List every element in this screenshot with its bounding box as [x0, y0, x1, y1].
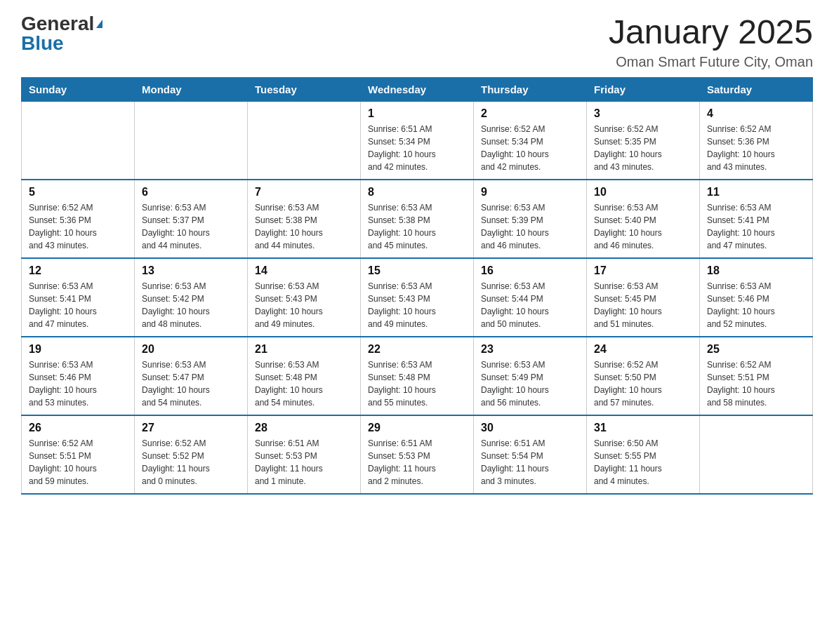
calendar-cell — [135, 101, 248, 180]
calendar-cell: 6Sunrise: 6:53 AMSunset: 5:37 PMDaylight… — [135, 180, 248, 258]
calendar-cell: 13Sunrise: 6:53 AMSunset: 5:42 PMDayligh… — [135, 258, 248, 337]
calendar-cell: 11Sunrise: 6:53 AMSunset: 5:41 PMDayligh… — [700, 180, 813, 258]
day-info: Sunrise: 6:52 AMSunset: 5:36 PMDaylight:… — [29, 201, 127, 252]
day-info: Sunrise: 6:53 AMSunset: 5:47 PMDaylight:… — [142, 358, 240, 409]
day-number: 22 — [368, 343, 466, 356]
calendar-week-1: 1Sunrise: 6:51 AMSunset: 5:34 PMDaylight… — [22, 101, 813, 180]
day-number: 27 — [142, 422, 240, 434]
day-info: Sunrise: 6:51 AMSunset: 5:53 PMDaylight:… — [255, 437, 353, 488]
day-number: 2 — [481, 107, 579, 120]
day-number: 28 — [255, 422, 353, 434]
day-number: 20 — [142, 343, 240, 356]
header-day-wednesday: Wednesday — [361, 77, 474, 101]
day-info: Sunrise: 6:53 AMSunset: 5:42 PMDaylight:… — [142, 280, 240, 330]
calendar-week-2: 5Sunrise: 6:52 AMSunset: 5:36 PMDaylight… — [22, 180, 813, 258]
day-info: Sunrise: 6:53 AMSunset: 5:45 PMDaylight:… — [594, 280, 692, 330]
day-number: 4 — [707, 107, 805, 120]
day-info: Sunrise: 6:51 AMSunset: 5:54 PMDaylight:… — [481, 437, 579, 488]
day-info: Sunrise: 6:53 AMSunset: 5:41 PMDaylight:… — [707, 201, 805, 252]
day-info: Sunrise: 6:53 AMSunset: 5:46 PMDaylight:… — [29, 358, 127, 409]
header-row: SundayMondayTuesdayWednesdayThursdayFrid… — [22, 77, 813, 101]
calendar-cell: 12Sunrise: 6:53 AMSunset: 5:41 PMDayligh… — [22, 258, 135, 337]
calendar-cell: 18Sunrise: 6:53 AMSunset: 5:46 PMDayligh… — [700, 258, 813, 337]
calendar-cell: 28Sunrise: 6:51 AMSunset: 5:53 PMDayligh… — [248, 415, 361, 494]
day-info: Sunrise: 6:50 AMSunset: 5:55 PMDaylight:… — [594, 437, 692, 488]
logo-blue-text: Blue — [21, 34, 64, 53]
day-info: Sunrise: 6:53 AMSunset: 5:37 PMDaylight:… — [142, 201, 240, 252]
calendar-cell: 4Sunrise: 6:52 AMSunset: 5:36 PMDaylight… — [700, 101, 813, 180]
page-title: January 2025 — [609, 14, 813, 51]
calendar-body: 1Sunrise: 6:51 AMSunset: 5:34 PMDaylight… — [22, 101, 813, 494]
calendar-cell: 2Sunrise: 6:52 AMSunset: 5:34 PMDaylight… — [474, 101, 587, 180]
day-number: 29 — [368, 422, 466, 434]
calendar-cell: 21Sunrise: 6:53 AMSunset: 5:48 PMDayligh… — [248, 337, 361, 415]
logo-triangle-icon — [96, 20, 102, 28]
day-number: 8 — [368, 186, 466, 199]
calendar-cell: 8Sunrise: 6:53 AMSunset: 5:38 PMDaylight… — [361, 180, 474, 258]
day-info: Sunrise: 6:53 AMSunset: 5:48 PMDaylight:… — [255, 358, 353, 409]
day-number: 31 — [594, 422, 692, 434]
day-number: 14 — [255, 264, 353, 277]
day-info: Sunrise: 6:52 AMSunset: 5:34 PMDaylight:… — [481, 123, 579, 173]
day-number: 1 — [368, 107, 466, 120]
day-info: Sunrise: 6:52 AMSunset: 5:35 PMDaylight:… — [594, 123, 692, 173]
day-info: Sunrise: 6:52 AMSunset: 5:52 PMDaylight:… — [142, 437, 240, 488]
calendar-cell: 22Sunrise: 6:53 AMSunset: 5:48 PMDayligh… — [361, 337, 474, 415]
header-day-friday: Friday — [587, 77, 700, 101]
calendar-cell: 25Sunrise: 6:52 AMSunset: 5:51 PMDayligh… — [700, 337, 813, 415]
calendar-cell: 23Sunrise: 6:53 AMSunset: 5:49 PMDayligh… — [474, 337, 587, 415]
logo-general-text: General — [21, 14, 94, 34]
calendar-week-5: 26Sunrise: 6:52 AMSunset: 5:51 PMDayligh… — [22, 415, 813, 494]
header-day-thursday: Thursday — [474, 77, 587, 101]
day-number: 9 — [481, 186, 579, 199]
day-number: 21 — [255, 343, 353, 356]
day-info: Sunrise: 6:53 AMSunset: 5:46 PMDaylight:… — [707, 280, 805, 330]
day-info: Sunrise: 6:53 AMSunset: 5:38 PMDaylight:… — [255, 201, 353, 252]
day-info: Sunrise: 6:53 AMSunset: 5:41 PMDaylight:… — [29, 280, 127, 330]
calendar-cell: 16Sunrise: 6:53 AMSunset: 5:44 PMDayligh… — [474, 258, 587, 337]
calendar-cell: 27Sunrise: 6:52 AMSunset: 5:52 PMDayligh… — [135, 415, 248, 494]
calendar-cell: 5Sunrise: 6:52 AMSunset: 5:36 PMDaylight… — [22, 180, 135, 258]
day-number: 23 — [481, 343, 579, 356]
calendar-cell: 15Sunrise: 6:53 AMSunset: 5:43 PMDayligh… — [361, 258, 474, 337]
calendar-cell: 10Sunrise: 6:53 AMSunset: 5:40 PMDayligh… — [587, 180, 700, 258]
day-info: Sunrise: 6:51 AMSunset: 5:34 PMDaylight:… — [368, 123, 466, 173]
day-number: 26 — [29, 422, 127, 434]
header: General Blue January 2025 Oman Smart Fut… — [21, 14, 813, 70]
calendar-cell: 29Sunrise: 6:51 AMSunset: 5:53 PMDayligh… — [361, 415, 474, 494]
day-info: Sunrise: 6:52 AMSunset: 5:51 PMDaylight:… — [29, 437, 127, 488]
title-area: January 2025 Oman Smart Future City, Oma… — [609, 14, 813, 70]
day-info: Sunrise: 6:52 AMSunset: 5:36 PMDaylight:… — [707, 123, 805, 173]
day-number: 5 — [29, 186, 127, 199]
day-number: 11 — [707, 186, 805, 199]
day-number: 16 — [481, 264, 579, 277]
calendar-cell — [700, 415, 813, 494]
calendar-cell: 20Sunrise: 6:53 AMSunset: 5:47 PMDayligh… — [135, 337, 248, 415]
header-day-tuesday: Tuesday — [248, 77, 361, 101]
calendar-cell — [22, 101, 135, 180]
day-number: 7 — [255, 186, 353, 199]
day-number: 6 — [142, 186, 240, 199]
calendar-table: SundayMondayTuesdayWednesdayThursdayFrid… — [21, 77, 813, 495]
day-info: Sunrise: 6:52 AMSunset: 5:51 PMDaylight:… — [707, 358, 805, 409]
calendar-cell: 1Sunrise: 6:51 AMSunset: 5:34 PMDaylight… — [361, 101, 474, 180]
calendar-cell: 9Sunrise: 6:53 AMSunset: 5:39 PMDaylight… — [474, 180, 587, 258]
logo: General Blue — [21, 14, 102, 53]
calendar-cell: 17Sunrise: 6:53 AMSunset: 5:45 PMDayligh… — [587, 258, 700, 337]
calendar-cell: 31Sunrise: 6:50 AMSunset: 5:55 PMDayligh… — [587, 415, 700, 494]
day-number: 15 — [368, 264, 466, 277]
day-info: Sunrise: 6:53 AMSunset: 5:39 PMDaylight:… — [481, 201, 579, 252]
calendar-cell: 7Sunrise: 6:53 AMSunset: 5:38 PMDaylight… — [248, 180, 361, 258]
calendar-week-4: 19Sunrise: 6:53 AMSunset: 5:46 PMDayligh… — [22, 337, 813, 415]
header-day-monday: Monday — [135, 77, 248, 101]
day-info: Sunrise: 6:53 AMSunset: 5:44 PMDaylight:… — [481, 280, 579, 330]
day-info: Sunrise: 6:53 AMSunset: 5:49 PMDaylight:… — [481, 358, 579, 409]
calendar-cell: 26Sunrise: 6:52 AMSunset: 5:51 PMDayligh… — [22, 415, 135, 494]
day-info: Sunrise: 6:51 AMSunset: 5:53 PMDaylight:… — [368, 437, 466, 488]
day-info: Sunrise: 6:53 AMSunset: 5:40 PMDaylight:… — [594, 201, 692, 252]
calendar-header: SundayMondayTuesdayWednesdayThursdayFrid… — [22, 77, 813, 101]
day-number: 30 — [481, 422, 579, 434]
day-number: 12 — [29, 264, 127, 277]
day-number: 24 — [594, 343, 692, 356]
day-info: Sunrise: 6:52 AMSunset: 5:50 PMDaylight:… — [594, 358, 692, 409]
